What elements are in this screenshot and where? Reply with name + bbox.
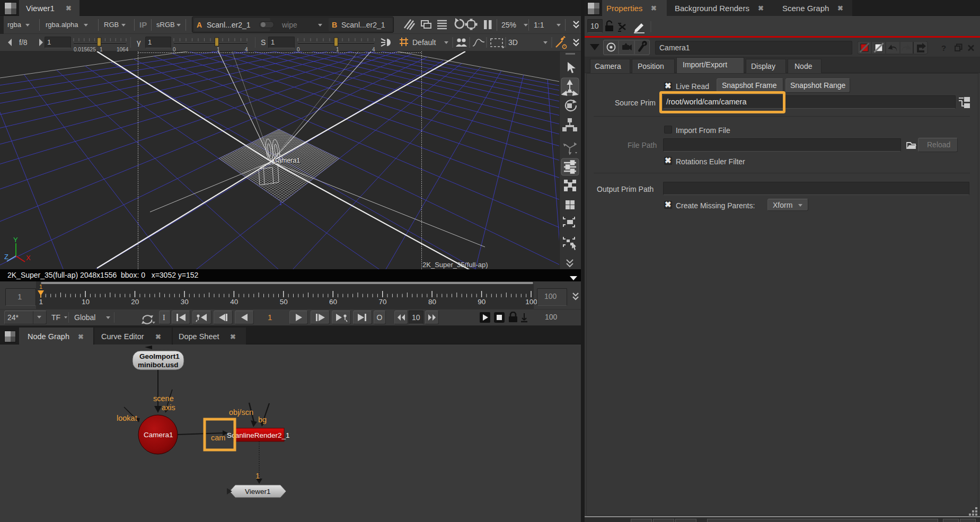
svg-text:ScanlineRender2_1: ScanlineRender2_1	[227, 431, 290, 439]
svg-text:Camera1: Camera1	[273, 157, 300, 164]
svg-text:2K_Super_35(full-ap): 2K_Super_35(full-ap)	[422, 261, 488, 269]
svg-text:Camera1: Camera1	[144, 431, 173, 439]
svg-text:X: X	[26, 254, 31, 262]
svg-text:scene: scene	[153, 394, 174, 403]
svg-text:lookat: lookat	[117, 414, 137, 422]
svg-text:1: 1	[255, 472, 260, 480]
svg-text:Viewer1: Viewer1	[245, 488, 271, 496]
svg-text:?: ?	[941, 43, 946, 52]
svg-text:axis: axis	[162, 403, 175, 412]
svg-text:1: 1	[39, 284, 42, 290]
svg-text:1: 1	[279, 201, 282, 206]
svg-text:Z: Z	[4, 253, 8, 261]
svg-text:bg: bg	[258, 415, 267, 424]
svg-text:Y: Y	[13, 236, 18, 244]
svg-text:minibot.usd: minibot.usd	[138, 361, 179, 369]
svg-text:GeoImport1: GeoImport1	[139, 352, 180, 360]
svg-text:obj/scn: obj/scn	[229, 408, 253, 417]
svg-text:I: I	[163, 314, 165, 322]
svg-text:O: O	[377, 313, 383, 322]
svg-text:cam: cam	[211, 433, 225, 442]
